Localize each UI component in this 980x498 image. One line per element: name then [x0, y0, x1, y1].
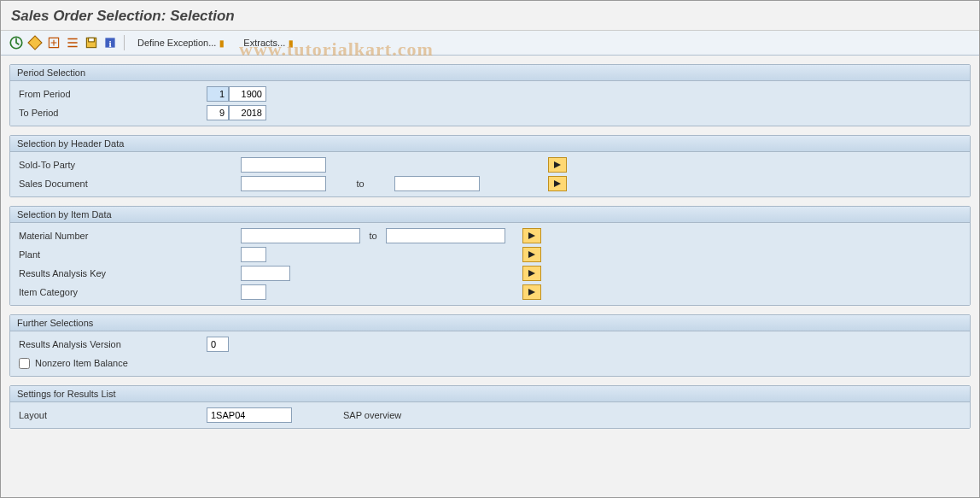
- from-period-label: From Period: [19, 89, 207, 99]
- nonzero-balance-checkbox[interactable]: [19, 358, 30, 369]
- plant-more-button[interactable]: [522, 247, 541, 262]
- shape-icon-1[interactable]: [26, 34, 44, 51]
- item-category-label: Item Category: [19, 287, 241, 297]
- to-period-month-input[interactable]: [207, 105, 229, 120]
- title-bar: Sales Order Selection: Selection: [1, 1, 979, 31]
- sales-document-to-label: to: [326, 179, 394, 189]
- item-category-input[interactable]: [241, 284, 266, 300]
- svg-text:i: i: [108, 38, 111, 49]
- group-header-period: Period Selection: [10, 65, 970, 81]
- material-to-input[interactable]: [386, 228, 505, 243]
- svg-rect-3: [89, 38, 95, 42]
- material-number-label: Material Number: [19, 231, 241, 241]
- define-exception-label: Define Exception...: [137, 38, 216, 48]
- material-to-label: to: [360, 231, 386, 241]
- nonzero-balance-label: Nonzero Item Balance: [35, 358, 128, 368]
- execute-icon[interactable]: [8, 34, 25, 51]
- sales-document-from-input[interactable]: [241, 176, 326, 191]
- content-area: Period Selection From Period To Period S…: [1, 56, 979, 446]
- group-period-selection: Period Selection From Period To Period: [9, 64, 971, 126]
- group-header-settings: Settings for Results List: [10, 386, 970, 402]
- plant-input[interactable]: [241, 247, 266, 262]
- group-further-selections: Further Selections Results Analysis Vers…: [9, 314, 971, 377]
- layout-input[interactable]: [207, 407, 292, 423]
- svg-rect-1: [28, 36, 42, 50]
- dots-icon: ▮: [219, 38, 226, 48]
- sales-document-more-button[interactable]: [548, 176, 567, 191]
- material-from-input[interactable]: [241, 228, 360, 243]
- group-header-headerdata: Selection by Header Data: [10, 136, 970, 152]
- layout-description: SAP overview: [343, 410, 401, 420]
- material-more-button[interactable]: [522, 228, 541, 243]
- shape-icon-2[interactable]: [45, 34, 62, 51]
- sales-document-label: Sales Document: [19, 179, 241, 189]
- ra-key-more-button[interactable]: [522, 266, 541, 281]
- sold-to-party-input[interactable]: [241, 157, 326, 173]
- ra-key-input[interactable]: [241, 266, 290, 281]
- group-settings-results: Settings for Results List Layout SAP ove…: [9, 385, 971, 429]
- ra-version-input[interactable]: [207, 337, 229, 352]
- extracts-button[interactable]: Extracts... ▮: [236, 34, 303, 51]
- save-icon[interactable]: [83, 34, 100, 51]
- item-category-more-button[interactable]: [522, 284, 541, 300]
- from-period-month-input[interactable]: [207, 86, 229, 102]
- ra-key-label: Results Analysis Key: [19, 268, 241, 278]
- group-header-data: Selection by Header Data Sold-To Party S…: [9, 135, 971, 197]
- to-period-year-input[interactable]: [229, 105, 266, 120]
- app-window: Sales Order Selection: Selection i Defin…: [0, 0, 980, 498]
- layout-label: Layout: [19, 410, 207, 420]
- from-period-year-input[interactable]: [229, 86, 266, 102]
- define-exception-button[interactable]: Define Exception... ▮: [130, 34, 234, 51]
- sold-to-party-more-button[interactable]: [548, 157, 567, 173]
- dots-icon: ▮: [289, 38, 295, 48]
- to-period-label: To Period: [19, 108, 207, 118]
- toolbar: i Define Exception... ▮ Extracts... ▮: [1, 31, 979, 56]
- group-header-further: Further Selections: [10, 315, 970, 331]
- plant-label: Plant: [19, 249, 241, 260]
- group-header-itemdata: Selection by Item Data: [10, 207, 970, 223]
- page-title: Sales Order Selection: Selection: [11, 8, 969, 25]
- sales-document-to-input[interactable]: [394, 176, 480, 191]
- toolbar-separator: [124, 35, 125, 50]
- ra-version-label: Results Analysis Version: [19, 339, 207, 349]
- extracts-label: Extracts...: [243, 38, 285, 48]
- shape-icon-3[interactable]: [64, 34, 81, 51]
- info-icon[interactable]: i: [102, 34, 119, 51]
- sold-to-party-label: Sold-To Party: [19, 160, 241, 170]
- group-item-data: Selection by Item Data Material Number t…: [9, 206, 971, 306]
